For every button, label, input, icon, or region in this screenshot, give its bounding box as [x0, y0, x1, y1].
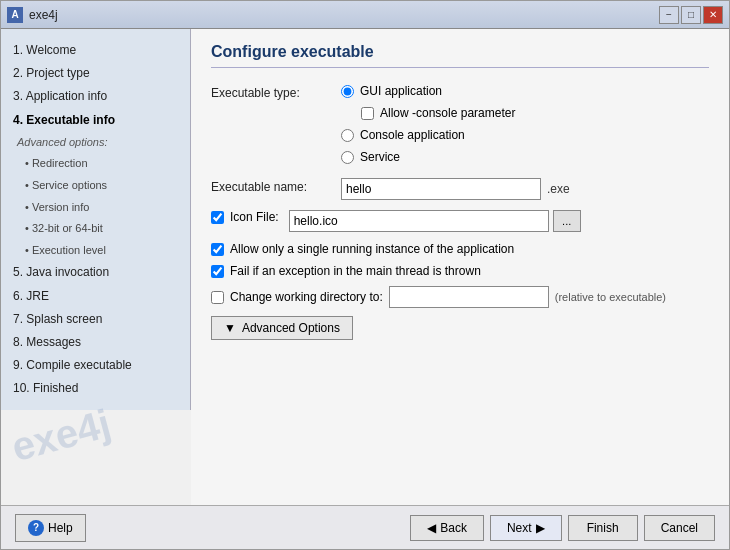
allow-console-row: Allow -console parameter — [341, 106, 709, 120]
help-label: Help — [48, 521, 73, 535]
gui-radio[interactable] — [341, 85, 354, 98]
executable-name-label: Executable name: — [211, 178, 341, 194]
icon-file-input[interactable] — [289, 210, 549, 232]
title-bar-left: A exe4j — [7, 7, 58, 23]
sidebar-item-jre[interactable]: 6. JRE — [9, 285, 182, 308]
executable-name-row: Executable name: .exe — [211, 178, 709, 200]
help-button[interactable]: ? Help — [15, 514, 86, 542]
finish-label: Finish — [587, 521, 619, 535]
exception-row: Fail if an exception in the main thread … — [211, 264, 709, 278]
content-area: 1. Welcome 2. Project type 3. Applicatio… — [1, 29, 729, 505]
exception-check-row: Fail if an exception in the main thread … — [211, 264, 709, 278]
back-label: Back — [440, 521, 467, 535]
window-title: exe4j — [29, 8, 58, 22]
executable-name-input[interactable] — [341, 178, 541, 200]
executable-type-row: Executable type: GUI application Allow -… — [211, 84, 709, 168]
allow-console-label: Allow -console parameter — [380, 106, 515, 120]
advanced-options-arrow-icon: ▼ — [224, 321, 236, 335]
advanced-options-button[interactable]: ▼ Advanced Options — [211, 316, 353, 340]
title-bar: A exe4j − □ ✕ — [1, 1, 729, 29]
main-panel: Configure executable Executable type: GU… — [191, 29, 729, 505]
sidebar-item-project-type[interactable]: 2. Project type — [9, 62, 182, 85]
gui-label: GUI application — [360, 84, 442, 98]
advanced-options-label: Advanced Options — [242, 321, 340, 335]
icon-file-label: Icon File: — [230, 210, 279, 224]
sidebar-item-splash-screen[interactable]: 7. Splash screen — [9, 308, 182, 331]
executable-type-controls: GUI application Allow -console parameter… — [341, 84, 709, 168]
sidebar: 1. Welcome 2. Project type 3. Applicatio… — [1, 29, 191, 410]
icon-file-row: Icon File: ... — [211, 210, 709, 232]
sidebar-item-service-options[interactable]: • Service options — [9, 175, 182, 197]
icon-file-browse-button[interactable]: ... — [553, 210, 581, 232]
sidebar-item-messages[interactable]: 8. Messages — [9, 331, 182, 354]
sidebar-item-welcome[interactable]: 1. Welcome — [9, 39, 182, 62]
back-arrow-icon: ◀ — [427, 521, 436, 535]
back-button[interactable]: ◀ Back — [410, 515, 484, 541]
next-label: Next — [507, 521, 532, 535]
working-dir-input[interactable] — [389, 286, 549, 308]
sidebar-item-32-64bit[interactable]: • 32-bit or 64-bit — [9, 218, 182, 240]
service-radio-row: Service — [341, 150, 709, 164]
console-radio[interactable] — [341, 129, 354, 142]
exception-label: Fail if an exception in the main thread … — [230, 264, 481, 278]
single-instance-row: Allow only a single running instance of … — [211, 242, 709, 256]
service-radio[interactable] — [341, 151, 354, 164]
app-icon: A — [7, 7, 23, 23]
next-button[interactable]: Next ▶ — [490, 515, 562, 541]
icon-file-label-wrap: Icon File: — [211, 210, 279, 224]
minimize-button[interactable]: − — [659, 6, 679, 24]
single-instance-check-row: Allow only a single running instance of … — [211, 242, 709, 256]
working-dir-row: Change working directory to: (relative t… — [211, 286, 709, 308]
title-bar-buttons: − □ ✕ — [659, 6, 723, 24]
relative-label: (relative to executable) — [555, 291, 666, 303]
sidebar-item-finished[interactable]: 10. Finished — [9, 377, 182, 400]
sidebar-item-version-info[interactable]: • Version info — [9, 197, 182, 219]
next-arrow-icon: ▶ — [536, 521, 545, 535]
working-dir-label: Change working directory to: — [230, 290, 383, 304]
console-label: Console application — [360, 128, 465, 142]
executable-name-controls: .exe — [341, 178, 570, 200]
sidebar-item-application-info[interactable]: 3. Application info — [9, 85, 182, 108]
sidebar-item-redirection[interactable]: • Redirection — [9, 153, 182, 175]
sidebar-watermark: exe4j — [8, 403, 115, 468]
main-window: A exe4j − □ ✕ 1. Welcome 2. Project type… — [0, 0, 730, 550]
exception-checkbox[interactable] — [211, 265, 224, 278]
exe-suffix: .exe — [547, 182, 570, 196]
footer-right: ◀ Back Next ▶ Finish Cancel — [410, 515, 715, 541]
single-instance-checkbox[interactable] — [211, 243, 224, 256]
icon-file-checkbox[interactable] — [211, 211, 224, 224]
sidebar-item-java-invocation[interactable]: 5. Java invocation — [9, 261, 182, 284]
main-title: Configure executable — [211, 43, 709, 68]
icon-file-controls: ... — [289, 210, 581, 232]
executable-type-label: Executable type: — [211, 84, 341, 100]
service-label: Service — [360, 150, 400, 164]
finish-button[interactable]: Finish — [568, 515, 638, 541]
console-radio-row: Console application — [341, 128, 709, 142]
cancel-label: Cancel — [661, 521, 698, 535]
sidebar-advanced-options-header: Advanced options: — [9, 132, 182, 154]
footer: ? Help ◀ Back Next ▶ Finish Cancel — [1, 505, 729, 549]
gui-radio-row: GUI application — [341, 84, 709, 98]
sidebar-item-execution-level[interactable]: • Execution level — [9, 240, 182, 262]
maximize-button[interactable]: □ — [681, 6, 701, 24]
working-dir-checkbox[interactable] — [211, 291, 224, 304]
sidebar-item-executable-info[interactable]: 4. Executable info — [9, 109, 182, 132]
allow-console-checkbox[interactable] — [361, 107, 374, 120]
footer-left: ? Help — [15, 514, 86, 542]
cancel-button[interactable]: Cancel — [644, 515, 715, 541]
close-button[interactable]: ✕ — [703, 6, 723, 24]
help-icon: ? — [28, 520, 44, 536]
single-instance-label: Allow only a single running instance of … — [230, 242, 514, 256]
sidebar-item-compile[interactable]: 9. Compile executable — [9, 354, 182, 377]
